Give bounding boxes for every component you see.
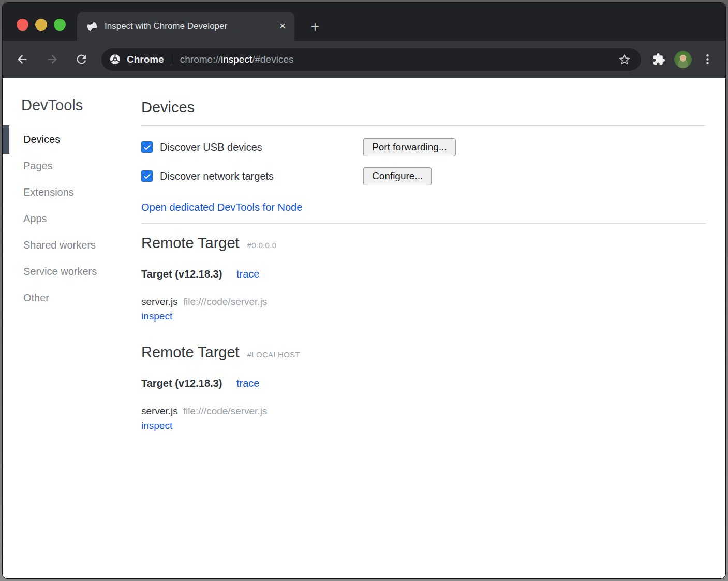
back-button[interactable] [12,49,33,70]
target-file-url: file:///code/server.js [183,405,268,416]
discover-network-checkbox[interactable] [141,170,153,182]
discover-network-label: Discover network targets [160,170,274,182]
sidebar-title: DevTools [21,97,141,114]
divider [141,223,706,224]
sidebar-item-apps[interactable]: Apps [3,206,141,232]
sidebar-item-service-workers[interactable]: Service workers [3,258,141,285]
page-content: DevTools Devices Pages Extensions Apps S… [3,78,725,578]
tab-inspect[interactable]: Inspect with Chrome Developer × [77,12,294,41]
remote-target-address: #LOCALHOST [247,350,300,359]
sidebar-item-other[interactable]: Other [3,285,141,311]
devtools-sidebar: DevTools Devices Pages Extensions Apps S… [3,78,141,578]
target-version-label: Target (v12.18.3) [141,268,222,280]
remote-target-section-1: Remote Target #LOCALHOST Target (v12.18.… [141,343,706,433]
target-row: Target (v12.18.3) trace [141,376,706,390]
trace-link[interactable]: trace [236,377,259,389]
omnibox-separator [172,54,172,65]
back-arrow-icon [16,52,29,66]
remote-target-title: Remote Target [141,234,240,252]
url-scheme: chrome:// [180,54,221,65]
remote-target-header: Remote Target #0.0.0.0 [141,234,706,252]
node-devtools-link[interactable]: Open dedicated DevTools for Node [141,201,302,213]
zoom-window-button[interactable] [54,19,66,31]
inspect-link[interactable]: inspect [141,418,172,433]
usb-devices-option: Discover USB devices [141,141,363,153]
checkmark-icon [143,172,152,181]
minimize-window-button[interactable] [35,19,47,31]
url-text[interactable]: chrome://inspect/#devices [180,54,294,65]
devtools-globe-icon [86,21,98,32]
tab-strip: Inspect with Chrome Developer × + [3,3,725,41]
remote-target-header: Remote Target #LOCALHOST [141,343,706,361]
target-row: Target (v12.18.3) trace [141,267,706,281]
target-file-name: server.js [141,296,178,307]
port-forwarding-button[interactable]: Port forwarding... [363,138,456,156]
remote-target-address: #0.0.0.0 [247,241,277,250]
trace-link[interactable]: trace [236,268,259,280]
devices-panel: Devices Discover USB devices Port forwar… [141,78,725,578]
sidebar-item-extensions[interactable]: Extensions [3,179,141,206]
bookmark-button[interactable] [614,49,635,70]
site-label: Chrome [127,54,164,65]
url-path: /#devices [252,54,293,65]
remote-target-section-0: Remote Target #0.0.0.0 Target (v12.18.3)… [141,234,706,324]
sidebar-item-pages[interactable]: Pages [3,153,141,179]
extensions-button[interactable] [648,49,669,70]
network-targets-option: Discover network targets [141,170,363,182]
kebab-menu-icon [701,53,714,66]
tab-close-icon[interactable]: × [277,21,288,32]
network-targets-row: Discover network targets Configure... [141,166,706,186]
browser-menu-button[interactable] [697,49,718,70]
usb-devices-row: Discover USB devices Port forwarding... [141,137,706,157]
new-tab-button[interactable]: + [306,18,324,36]
address-bar[interactable]: Chrome chrome://inspect/#devices [101,48,641,71]
discover-usb-label: Discover USB devices [160,141,262,153]
close-window-button[interactable] [17,19,28,31]
tab-title: Inspect with Chrome Developer [105,21,275,32]
forward-arrow-icon [45,52,59,66]
configure-button[interactable]: Configure... [363,167,432,185]
star-icon [618,53,631,66]
reload-icon [75,52,88,66]
target-details: server.jsfile:///code/server.js inspect [141,295,706,324]
discover-usb-checkbox[interactable] [141,141,153,153]
forward-button[interactable] [41,49,62,70]
inspect-link[interactable]: inspect [141,309,172,324]
page-title: Devices [141,99,706,116]
profile-avatar[interactable] [674,51,692,68]
target-details: server.jsfile:///code/server.js inspect [141,404,706,433]
checkmark-icon [143,143,152,152]
puzzle-icon [652,53,665,66]
target-version-label: Target (v12.18.3) [141,377,222,389]
sidebar-item-shared-workers[interactable]: Shared workers [3,232,141,258]
target-file-url: file:///code/server.js [183,296,268,307]
chrome-logo-icon [109,53,121,65]
discovery-options: Discover USB devices Port forwarding... … [141,137,706,186]
reload-button[interactable] [71,49,92,70]
traffic-lights [17,19,66,31]
remote-target-title: Remote Target [141,343,240,361]
target-file-name: server.js [141,405,178,416]
sidebar-item-devices[interactable]: Devices [3,126,141,153]
url-host: inspect [221,54,252,65]
divider [141,125,706,126]
browser-toolbar: Chrome chrome://inspect/#devices [3,41,725,78]
browser-window: Inspect with Chrome Developer × + [2,2,726,579]
